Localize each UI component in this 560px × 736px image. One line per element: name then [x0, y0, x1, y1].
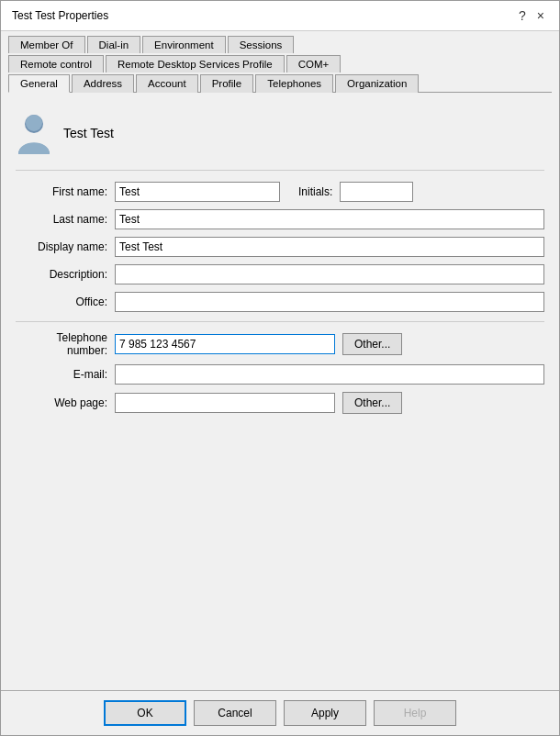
email-label: E-mail: [16, 368, 107, 381]
tab-sessions[interactable]: Sessions [228, 36, 295, 53]
separator-middle [16, 321, 544, 322]
webpage-label: Web page: [16, 396, 107, 409]
first-name-row: First name: Initials: [16, 182, 544, 202]
tab-address[interactable]: Address [72, 74, 134, 93]
user-avatar [16, 111, 52, 155]
tab-account[interactable]: Account [136, 74, 198, 93]
help-button[interactable]: ? [515, 8, 530, 23]
last-name-row: Last name: [16, 209, 544, 229]
tab-dial-in[interactable]: Dial-in [87, 36, 141, 53]
display-name-row: Display name: [16, 237, 544, 257]
tab-remote-control[interactable]: Remote control [8, 55, 104, 72]
description-label: Description: [16, 268, 107, 281]
office-label: Office: [16, 296, 107, 308]
tabs-row1: Member Of Dial-in Environment Sessions R… [1, 31, 559, 92]
first-name-label: First name: [16, 185, 107, 198]
telephone-other-button[interactable]: Other... [342, 333, 402, 355]
tab-telephones[interactable]: Telephones [255, 74, 333, 93]
webpage-other-button[interactable]: Other... [342, 392, 402, 414]
close-button[interactable]: × [533, 8, 548, 23]
help-dialog-button[interactable]: Help [374, 700, 456, 726]
dialog-window: Test Test Properties ? × Member Of Dial-… [0, 0, 560, 736]
bottom-bar: OK Cancel Apply Help [1, 690, 559, 735]
description-row: Description: [16, 264, 544, 284]
tab-profile[interactable]: Profile [200, 74, 254, 93]
form-section-contact: Telephone number: Other... E-mail: Web p… [16, 331, 544, 414]
email-input[interactable] [115, 364, 544, 385]
webpage-row: Web page: Other... [16, 392, 544, 414]
form-section-basic: First name: Initials: Last name: Display… [16, 182, 544, 312]
telephone-input[interactable] [115, 334, 335, 354]
office-row: Office: [16, 292, 544, 312]
apply-button[interactable]: Apply [284, 700, 366, 726]
last-name-label: Last name: [16, 213, 107, 226]
tab-rdp[interactable]: Remote Desktop Services Profile [106, 55, 285, 72]
description-input[interactable] [115, 264, 544, 284]
user-display-name: Test Test [63, 126, 114, 140]
tab-general[interactable]: General [8, 74, 70, 93]
tab-environment[interactable]: Environment [142, 36, 226, 53]
initials-label: Initials: [298, 185, 332, 198]
initials-input[interactable] [340, 182, 413, 202]
display-name-input[interactable] [115, 237, 544, 257]
tab-organization[interactable]: Organization [335, 74, 419, 93]
last-name-input[interactable] [115, 209, 544, 229]
webpage-input[interactable] [115, 393, 335, 413]
telephone-label: Telephone number: [16, 331, 107, 357]
svg-point-1 [26, 115, 42, 131]
office-input[interactable] [115, 292, 544, 312]
title-bar: Test Test Properties ? × [1, 1, 559, 31]
main-content: Test Test First name: Initials: Last nam… [1, 93, 559, 690]
display-name-label: Display name: [16, 240, 107, 253]
tab-com[interactable]: COM+ [286, 55, 342, 72]
cancel-button[interactable]: Cancel [194, 700, 276, 726]
dialog-title: Test Test Properties [12, 9, 108, 22]
user-header: Test Test [16, 104, 544, 166]
telephone-row: Telephone number: Other... [16, 331, 544, 357]
first-name-input[interactable] [115, 182, 280, 202]
ok-button[interactable]: OK [104, 700, 186, 726]
email-row: E-mail: [16, 364, 544, 385]
title-bar-controls: ? × [515, 8, 548, 23]
separator-top [16, 170, 544, 171]
tab-member-of[interactable]: Member Of [8, 36, 85, 53]
